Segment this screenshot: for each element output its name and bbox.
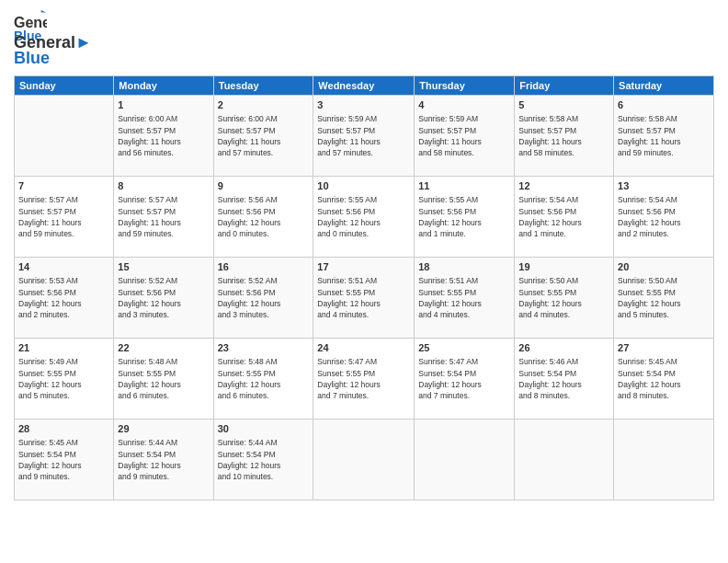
day-info: Sunrise: 5:45 AMSunset: 5:54 PMDaylight:… [18,437,109,482]
calendar-cell [515,419,614,500]
calendar-cell: 23Sunrise: 5:48 AMSunset: 5:55 PMDayligh… [213,339,313,419]
calendar-cell: 17Sunrise: 5:51 AMSunset: 5:55 PMDayligh… [313,258,415,339]
day-info: Sunrise: 5:58 AMSunset: 5:57 PMDaylight:… [618,113,710,158]
calendar-cell: 22Sunrise: 5:48 AMSunset: 5:55 PMDayligh… [114,339,213,419]
calendar-cell: 8Sunrise: 5:57 AMSunset: 5:57 PMDaylight… [114,177,213,258]
day-info: Sunrise: 5:47 AMSunset: 5:55 PMDaylight:… [317,356,410,401]
day-number: 19 [518,260,609,274]
calendar-cell: 6Sunrise: 5:58 AMSunset: 5:57 PMDaylight… [614,96,714,177]
weekday-header-wednesday: Wednesday [313,76,415,96]
day-info: Sunrise: 5:47 AMSunset: 5:54 PMDaylight:… [418,356,510,401]
day-info: Sunrise: 5:44 AMSunset: 5:54 PMDaylight:… [218,437,310,482]
day-number: 26 [518,341,609,355]
day-info: Sunrise: 5:48 AMSunset: 5:55 PMDaylight:… [118,356,209,401]
day-number: 17 [317,260,410,274]
calendar-cell: 30Sunrise: 5:44 AMSunset: 5:54 PMDayligh… [213,419,313,500]
calendar-cell: 10Sunrise: 5:55 AMSunset: 5:56 PMDayligh… [313,177,415,258]
calendar-cell: 12Sunrise: 5:54 AMSunset: 5:56 PMDayligh… [515,177,614,258]
day-number: 23 [218,341,310,355]
day-number: 9 [218,179,310,193]
calendar-cell: 2Sunrise: 6:00 AMSunset: 5:57 PMDaylight… [213,96,313,177]
day-info: Sunrise: 5:58 AMSunset: 5:57 PMDaylight:… [518,113,609,158]
weekday-header-row: SundayMondayTuesdayWednesdayThursdayFrid… [15,76,714,96]
logo: General Blue General► Blue [14,9,92,68]
week-row-2: 7Sunrise: 5:57 AMSunset: 5:57 PMDaylight… [15,177,714,258]
day-number: 28 [18,422,109,436]
calendar-cell [313,419,415,500]
day-number: 20 [618,260,710,274]
day-info: Sunrise: 5:51 AMSunset: 5:55 PMDaylight:… [317,275,410,320]
week-row-3: 14Sunrise: 5:53 AMSunset: 5:56 PMDayligh… [15,258,714,339]
calendar-cell: 1Sunrise: 6:00 AMSunset: 5:57 PMDaylight… [114,96,213,177]
day-number: 7 [18,179,109,193]
day-number: 12 [518,179,609,193]
day-info: Sunrise: 5:45 AMSunset: 5:54 PMDaylight:… [618,356,710,401]
weekday-header-thursday: Thursday [415,76,515,96]
day-info: Sunrise: 5:48 AMSunset: 5:55 PMDaylight:… [218,356,310,401]
day-info: Sunrise: 5:56 AMSunset: 5:56 PMDaylight:… [218,194,310,239]
day-number: 13 [618,179,710,193]
weekday-header-sunday: Sunday [15,76,114,96]
day-info: Sunrise: 5:52 AMSunset: 5:56 PMDaylight:… [218,275,310,320]
calendar-cell: 20Sunrise: 5:50 AMSunset: 5:55 PMDayligh… [614,258,714,339]
calendar-cell: 7Sunrise: 5:57 AMSunset: 5:57 PMDaylight… [15,177,114,258]
day-info: Sunrise: 5:55 AMSunset: 5:56 PMDaylight:… [418,194,510,239]
day-info: Sunrise: 5:54 AMSunset: 5:56 PMDaylight:… [518,194,609,239]
day-number: 21 [18,341,109,355]
calendar-container: General Blue General► Blue SundayMondayT… [0,0,728,563]
day-number: 1 [118,98,209,112]
weekday-header-monday: Monday [114,76,213,96]
weekday-header-saturday: Saturday [614,76,714,96]
calendar-cell: 28Sunrise: 5:45 AMSunset: 5:54 PMDayligh… [15,419,114,500]
day-number: 24 [317,341,410,355]
day-number: 30 [218,422,310,436]
calendar-cell: 11Sunrise: 5:55 AMSunset: 5:56 PMDayligh… [415,177,515,258]
calendar-cell: 13Sunrise: 5:54 AMSunset: 5:56 PMDayligh… [614,177,714,258]
calendar-cell: 16Sunrise: 5:52 AMSunset: 5:56 PMDayligh… [213,258,313,339]
day-number: 16 [218,260,310,274]
calendar-cell [614,419,714,500]
day-info: Sunrise: 5:59 AMSunset: 5:57 PMDaylight:… [418,113,510,158]
day-info: Sunrise: 5:59 AMSunset: 5:57 PMDaylight:… [317,113,410,158]
day-info: Sunrise: 5:57 AMSunset: 5:57 PMDaylight:… [118,194,209,239]
calendar-cell: 5Sunrise: 5:58 AMSunset: 5:57 PMDaylight… [515,96,614,177]
calendar-cell: 27Sunrise: 5:45 AMSunset: 5:54 PMDayligh… [614,339,714,419]
day-number: 2 [218,98,310,112]
header: General Blue General► Blue [14,9,714,68]
day-number: 5 [518,98,609,112]
day-info: Sunrise: 5:44 AMSunset: 5:54 PMDaylight:… [118,437,209,482]
day-number: 14 [18,260,109,274]
day-number: 11 [418,179,510,193]
day-number: 3 [317,98,410,112]
day-number: 15 [118,260,209,274]
svg-marker-2 [41,10,46,13]
day-number: 18 [418,260,510,274]
day-number: 6 [618,98,710,112]
calendar-cell: 15Sunrise: 5:52 AMSunset: 5:56 PMDayligh… [114,258,213,339]
day-info: Sunrise: 5:55 AMSunset: 5:56 PMDaylight:… [317,194,410,239]
day-number: 22 [118,341,209,355]
week-row-1: 1Sunrise: 6:00 AMSunset: 5:57 PMDaylight… [15,96,714,177]
calendar-cell: 24Sunrise: 5:47 AMSunset: 5:55 PMDayligh… [313,339,415,419]
day-info: Sunrise: 6:00 AMSunset: 5:57 PMDaylight:… [218,113,310,158]
day-info: Sunrise: 6:00 AMSunset: 5:57 PMDaylight:… [118,113,209,158]
calendar-cell: 19Sunrise: 5:50 AMSunset: 5:55 PMDayligh… [515,258,614,339]
day-number: 29 [118,422,209,436]
day-info: Sunrise: 5:50 AMSunset: 5:55 PMDaylight:… [618,275,710,320]
calendar-cell: 9Sunrise: 5:56 AMSunset: 5:56 PMDaylight… [213,177,313,258]
calendar-table: SundayMondayTuesdayWednesdayThursdayFrid… [14,75,714,500]
calendar-cell: 21Sunrise: 5:49 AMSunset: 5:55 PMDayligh… [15,339,114,419]
day-number: 27 [618,341,710,355]
calendar-cell [415,419,515,500]
calendar-cell: 18Sunrise: 5:51 AMSunset: 5:55 PMDayligh… [415,258,515,339]
calendar-cell: 29Sunrise: 5:44 AMSunset: 5:54 PMDayligh… [114,419,213,500]
day-info: Sunrise: 5:54 AMSunset: 5:56 PMDaylight:… [618,194,710,239]
calendar-cell: 4Sunrise: 5:59 AMSunset: 5:57 PMDaylight… [415,96,515,177]
weekday-header-friday: Friday [515,76,614,96]
week-row-4: 21Sunrise: 5:49 AMSunset: 5:55 PMDayligh… [15,339,714,419]
calendar-cell: 26Sunrise: 5:46 AMSunset: 5:54 PMDayligh… [515,339,614,419]
calendar-cell: 3Sunrise: 5:59 AMSunset: 5:57 PMDaylight… [313,96,415,177]
weekday-header-tuesday: Tuesday [213,76,313,96]
day-info: Sunrise: 5:51 AMSunset: 5:55 PMDaylight:… [418,275,510,320]
day-number: 8 [118,179,209,193]
